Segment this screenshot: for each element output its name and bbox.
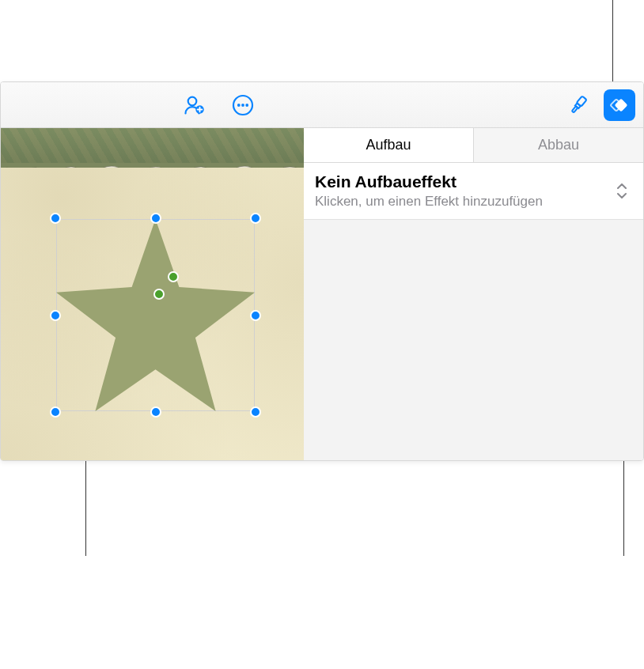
animate-icon: [608, 93, 631, 117]
resize-handle-top-middle[interactable]: [150, 213, 161, 224]
format-icon: [566, 93, 590, 117]
tab-build-in-label: Aufbau: [366, 137, 411, 153]
effect-title: Kein Aufbaueffekt: [315, 172, 613, 191]
slide-canvas[interactable]: [1, 128, 304, 460]
resize-handle-bottom-right[interactable]: [250, 406, 261, 418]
collaborate-button[interactable]: [178, 89, 210, 121]
updown-icon: [613, 183, 631, 198]
star-shape[interactable]: [56, 219, 255, 411]
format-button[interactable]: [563, 89, 594, 121]
resize-handle-top-right[interactable]: [250, 213, 261, 224]
resize-handle-bottom-left[interactable]: [50, 406, 61, 418]
shape-selection[interactable]: [56, 219, 255, 411]
resize-handle-bottom-middle[interactable]: [150, 406, 161, 418]
resize-handle-top-left[interactable]: [50, 213, 61, 224]
effect-subtitle: Klicken, um einen Effekt hinzuzufügen: [315, 194, 613, 210]
effect-selector[interactable]: Kein Aufbaueffekt Klicken, um einen Effe…: [304, 163, 643, 220]
svg-point-3: [237, 104, 241, 107]
effect-text: Kein Aufbaueffekt Klicken, um einen Effe…: [315, 172, 613, 209]
resize-handle-middle-right[interactable]: [250, 310, 261, 321]
toolbar: [1, 82, 643, 128]
app-window: Aufbau Abbau Kein Aufbaueffekt Klicken, …: [0, 81, 644, 461]
more-button[interactable]: [227, 89, 259, 121]
slide-background-strip: [1, 128, 304, 164]
inspector-blank-area: [304, 220, 643, 460]
svg-point-0: [188, 97, 197, 106]
more-icon: [231, 93, 255, 117]
svg-point-4: [241, 104, 244, 107]
tab-build-out[interactable]: Abbau: [474, 128, 643, 162]
tab-build-out-label: Abbau: [538, 137, 579, 153]
callout-line-top: [612, 0, 613, 83]
shape-adjust-handle[interactable]: [153, 289, 165, 300]
shape-adjust-handle[interactable]: [168, 271, 179, 282]
svg-marker-11: [56, 219, 255, 411]
resize-handle-middle-left[interactable]: [50, 310, 61, 321]
tab-build-in[interactable]: Aufbau: [304, 128, 474, 162]
svg-rect-8: [572, 106, 578, 112]
animate-button[interactable]: [604, 89, 635, 121]
svg-point-5: [245, 104, 248, 107]
animation-tabs: Aufbau Abbau: [304, 128, 643, 163]
collaborate-icon: [182, 93, 206, 117]
